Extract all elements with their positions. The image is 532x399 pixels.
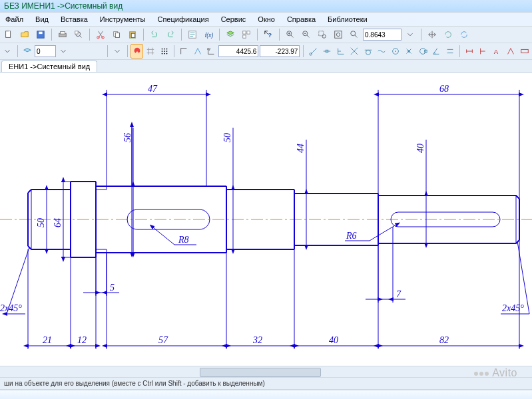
snap-angle-icon[interactable]: [430, 44, 443, 59]
svg-rect-6: [75, 31, 78, 34]
undo-icon[interactable]: [147, 27, 162, 42]
preview-icon[interactable]: [71, 27, 86, 42]
menu-insert[interactable]: Вставка: [58, 14, 91, 25]
dim2-icon[interactable]: [477, 44, 490, 59]
zoom-fit-icon[interactable]: [331, 27, 346, 42]
dim-d56: 56: [123, 133, 133, 142]
print-icon[interactable]: [55, 27, 70, 42]
dim-82: 82: [439, 335, 449, 345]
layer-drop-icon[interactable]: [57, 44, 70, 59]
rotate-icon[interactable]: [441, 27, 455, 42]
local-cs-icon[interactable]: [191, 44, 204, 59]
svg-text:xy: xy: [207, 47, 211, 51]
dim-68: 68: [439, 84, 449, 94]
svg-point-33: [164, 53, 165, 55]
dim-d44: 44: [296, 144, 306, 153]
svg-point-29: [161, 51, 162, 52]
doc-tabs: ЕНИ1 ->Системный вид: [0, 60, 532, 73]
cut-icon[interactable]: [93, 27, 108, 42]
menu-file[interactable]: Файл: [3, 14, 26, 25]
snap-quad-icon[interactable]: [417, 44, 429, 59]
redo-icon[interactable]: [163, 27, 178, 42]
pan-icon[interactable]: [425, 27, 439, 42]
dim-ch2: 2x45°: [502, 303, 524, 313]
svg-line-82: [370, 225, 396, 241]
dropdown2-icon[interactable]: [111, 44, 124, 59]
paste-icon[interactable]: [125, 27, 140, 42]
svg-point-38: [366, 50, 370, 55]
svg-point-7: [97, 37, 100, 39]
snap-tan-icon[interactable]: [362, 44, 374, 59]
doc-tab[interactable]: ЕНИ1 ->Системный вид: [1, 61, 97, 72]
menu-window[interactable]: Окно: [255, 14, 278, 25]
help-icon[interactable]: ?: [261, 27, 276, 42]
zoom-field[interactable]: [363, 29, 401, 41]
copy-icon[interactable]: [109, 27, 124, 42]
menu-libs[interactable]: Библиотеки: [325, 14, 370, 25]
save-icon[interactable]: [33, 27, 48, 42]
menu-view[interactable]: Вид: [33, 14, 51, 25]
tol-icon[interactable]: [518, 44, 531, 59]
grid-dots-icon[interactable]: [158, 44, 170, 59]
menu-service[interactable]: Сервис: [218, 14, 249, 25]
snap-end-icon[interactable]: [307, 44, 320, 59]
snap-node-icon[interactable]: [403, 44, 415, 59]
zoom-out-icon[interactable]: [299, 27, 314, 42]
coord-y-field[interactable]: [260, 45, 300, 57]
scroll-thumb[interactable]: [200, 368, 321, 377]
dim-5: 5: [110, 283, 115, 293]
svg-point-8: [102, 37, 105, 39]
dim-7: 7: [396, 289, 401, 299]
zoom-in-icon[interactable]: [283, 27, 298, 42]
svg-rect-16: [247, 31, 250, 34]
dropdown1-icon[interactable]: [1, 44, 14, 59]
coord-icon[interactable]: xy: [205, 44, 218, 59]
svg-rect-2: [39, 32, 42, 35]
zoom-realtime-icon[interactable]: [347, 27, 362, 42]
dropdown-icon[interactable]: [403, 27, 417, 42]
open-icon[interactable]: [17, 27, 32, 42]
menu-spec[interactable]: Спецификация: [154, 14, 211, 25]
zoom-window-icon[interactable]: [315, 27, 330, 42]
snap-parallel-icon[interactable]: [444, 44, 457, 59]
new-icon[interactable]: [1, 27, 16, 42]
toolbar-file: f(x) ?: [0, 27, 532, 43]
properties-icon[interactable]: [185, 27, 200, 42]
snap-perp-icon[interactable]: [334, 44, 347, 59]
vars-icon[interactable]: f(x): [201, 27, 216, 42]
svg-point-41: [408, 50, 411, 53]
menu-help[interactable]: Справка: [284, 14, 318, 25]
rough-icon[interactable]: [505, 44, 517, 59]
layers-icon[interactable]: [223, 27, 238, 42]
dim-text-icon[interactable]: A: [491, 44, 503, 59]
coord-x-field[interactable]: [218, 45, 258, 57]
dim-d50t: 50: [222, 133, 232, 142]
snap-toggle-icon[interactable]: [131, 44, 143, 59]
drawing-canvas[interactable]: 47 68 50 64 56 50 44 40: [0, 73, 532, 366]
layer-field[interactable]: [35, 45, 56, 57]
svg-rect-15: [243, 31, 246, 34]
dim-32: 32: [252, 335, 262, 345]
views-icon[interactable]: [239, 27, 254, 42]
svg-rect-12: [131, 33, 134, 37]
refresh-icon[interactable]: [457, 27, 471, 42]
snap-int-icon[interactable]: [348, 44, 361, 59]
snap-mid-icon[interactable]: [321, 44, 334, 59]
svg-rect-45: [521, 49, 528, 53]
svg-point-24: [336, 33, 340, 36]
snap-near-icon[interactable]: [376, 44, 388, 59]
snap-grid-icon[interactable]: [144, 44, 157, 59]
title-bar: БЕЗ ИМЕНИ1 ->Системный вид: [0, 0, 532, 12]
layer-state-icon[interactable]: [21, 44, 33, 59]
status-text: ши на объекте для его выделения (вместе …: [4, 380, 265, 387]
h-scrollbar[interactable]: [0, 366, 532, 377]
toolbar-state: xy A: [0, 43, 532, 60]
svg-rect-10: [115, 33, 119, 37]
menu-tools[interactable]: Инструменты: [97, 14, 148, 25]
svg-rect-0: [6, 31, 11, 38]
snap-cen-icon[interactable]: [390, 44, 402, 59]
svg-line-80: [153, 227, 174, 245]
svg-point-34: [166, 53, 167, 55]
dim1-icon[interactable]: [463, 44, 476, 59]
ortho-icon[interactable]: [178, 44, 190, 59]
